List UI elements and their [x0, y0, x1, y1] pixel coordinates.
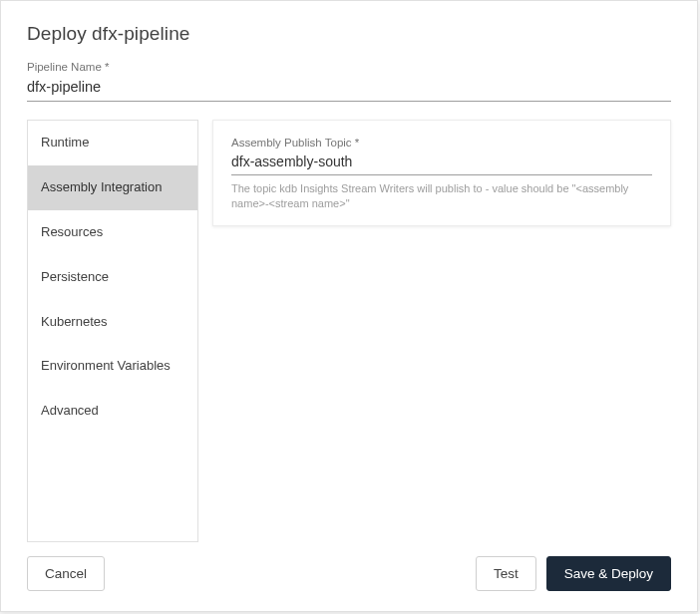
deploy-dialog: Deploy dfx-pipeline Pipeline Name * Runt…	[0, 0, 698, 612]
dialog-title: Deploy dfx-pipeline	[27, 23, 671, 45]
assembly-publish-topic-help: The topic kdb Insights Stream Writers wi…	[231, 181, 652, 211]
tab-assembly-integration[interactable]: Assembly Integration	[28, 165, 197, 210]
dialog-footer: Cancel Test Save & Deploy	[1, 542, 697, 611]
dialog-body: Runtime Assembly Integration Resources P…	[1, 102, 697, 542]
assembly-publish-topic-label: Assembly Publish Topic *	[231, 137, 652, 149]
settings-tabs: Runtime Assembly Integration Resources P…	[27, 120, 198, 542]
test-button[interactable]: Test	[476, 556, 536, 591]
tab-kubernetes[interactable]: Kubernetes	[28, 300, 197, 345]
tab-environment-variables[interactable]: Environment Variables	[28, 344, 197, 389]
assembly-publish-topic-card: Assembly Publish Topic * The topic kdb I…	[212, 120, 671, 226]
footer-actions: Test Save & Deploy	[476, 556, 671, 591]
assembly-publish-topic-input[interactable]	[231, 151, 652, 175]
pipeline-name-field: Pipeline Name *	[1, 55, 697, 102]
tab-persistence[interactable]: Persistence	[28, 255, 197, 300]
save-deploy-button[interactable]: Save & Deploy	[546, 556, 671, 591]
tab-content: Assembly Publish Topic * The topic kdb I…	[198, 120, 671, 542]
pipeline-name-input[interactable]	[27, 75, 671, 102]
tab-resources[interactable]: Resources	[28, 210, 197, 255]
dialog-header: Deploy dfx-pipeline	[1, 1, 697, 55]
cancel-button[interactable]: Cancel	[27, 556, 105, 591]
tab-runtime[interactable]: Runtime	[28, 121, 197, 165]
tab-advanced[interactable]: Advanced	[28, 389, 197, 434]
pipeline-name-label: Pipeline Name *	[27, 61, 671, 73]
